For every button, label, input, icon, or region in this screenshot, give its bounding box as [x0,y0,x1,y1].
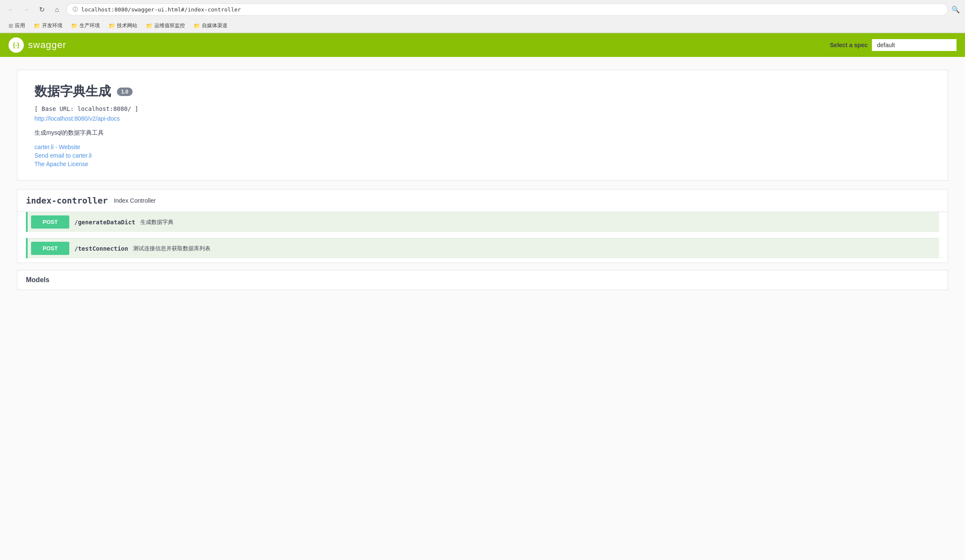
bookmarks-bar: ⊞应用📁开发环境📁生产环境📁技术网站📁运维值班监控📁自媒体渠道 [0,19,965,33]
endpoint-summary: 测试连接信息并获取数据库列表 [133,245,210,252]
method-badge: POST [31,215,69,229]
endpoint-row[interactable]: POST /generateDataDict 生成数据字典 [26,212,939,232]
bookmark-label: 自媒体渠道 [202,22,227,29]
bookmark-icon: 📁 [108,23,115,29]
spec-label: Select a spec [830,42,868,48]
bookmark-icon: 📁 [71,23,78,29]
swagger-content: 数据字典生成 1.0 [ Base URL: localhost:8080/ ]… [0,57,965,560]
method-badge: POST [31,242,69,255]
models-title: Models [26,276,49,284]
api-info-link[interactable]: The Apache License [34,161,931,167]
bookmark-item[interactable]: 📁自媒体渠道 [190,21,231,31]
address-bar[interactable]: ⓘ localhost:8080/swagger-ui.html#/index-… [66,3,948,16]
bookmark-item[interactable]: 📁生产环境 [68,21,103,31]
bookmark-label: 技术网站 [117,22,137,29]
controller-section: index-controller Index Controller POST /… [17,189,948,263]
browser-chrome: ← → ↻ ⌂ ⓘ localhost:8080/swagger-ui.html… [0,0,965,33]
bookmark-icon: 📁 [146,23,153,29]
back-button[interactable]: ← [5,4,17,16]
search-button[interactable]: 🔍 [951,6,960,14]
bookmark-item[interactable]: ⊞应用 [5,21,28,31]
api-info: 数据字典生成 1.0 [ Base URL: localhost:8080/ ]… [17,70,948,181]
controller-header[interactable]: index-controller Index Controller [17,189,948,212]
api-docs-link[interactable]: http://localhost:8080/v2/api-docs [34,115,120,122]
api-links: carter.li - WebsiteSend email to carter.… [34,144,931,167]
endpoint-summary: 生成数据字典 [140,218,173,226]
api-info-link[interactable]: carter.li - Website [34,144,931,150]
endpoints-container: POST /generateDataDict 生成数据字典 POST /test… [17,212,948,263]
bookmark-icon: 📁 [193,23,200,29]
bookmark-item[interactable]: 📁开发环境 [30,21,66,31]
bookmark-label: 开发环境 [42,22,62,29]
swagger-header: {-} swagger Select a spec [0,33,965,57]
api-title-row: 数据字典生成 1.0 [34,83,931,100]
swagger-title: swagger [28,40,66,51]
api-title: 数据字典生成 [34,83,111,100]
endpoint-path: /testConnection [74,245,128,252]
api-version-badge: 1.0 [117,88,133,96]
lock-icon: ⓘ [73,6,78,13]
browser-toolbar: ← → ↻ ⌂ ⓘ localhost:8080/swagger-ui.html… [0,0,965,19]
bookmark-label: 运维值班监控 [154,22,185,29]
spec-selector: Select a spec [830,39,956,51]
spec-input[interactable] [872,39,956,51]
swagger-logo: {-} swagger [9,37,66,53]
bookmark-label: 生产环境 [79,22,100,29]
bookmark-icon: 📁 [34,23,40,29]
url-text: localhost:8080/swagger-ui.html#/index-co… [81,6,942,13]
controller-description: Index Controller [114,197,156,204]
api-info-link[interactable]: Send email to carter.li [34,152,931,159]
controller-name: index-controller [26,195,108,206]
swagger-logo-icon: {-} [9,37,24,53]
api-description: 生成mysql的数据字典工具 [34,129,931,137]
endpoint-row[interactable]: POST /testConnection 测试连接信息并获取数据库列表 [26,238,939,258]
models-section: Models [17,270,948,290]
api-base-url: [ Base URL: localhost:8080/ ] [34,105,931,112]
refresh-button[interactable]: ↻ [36,4,48,16]
bookmark-item[interactable]: 📁运维值班监控 [142,21,188,31]
forward-button[interactable]: → [20,4,32,16]
models-header[interactable]: Models [17,270,948,290]
bookmark-label: 应用 [15,22,25,29]
bookmark-item[interactable]: 📁技术网站 [105,21,141,31]
endpoint-path: /generateDataDict [74,219,135,226]
home-button[interactable]: ⌂ [51,4,63,16]
bookmark-icon: ⊞ [9,23,13,29]
